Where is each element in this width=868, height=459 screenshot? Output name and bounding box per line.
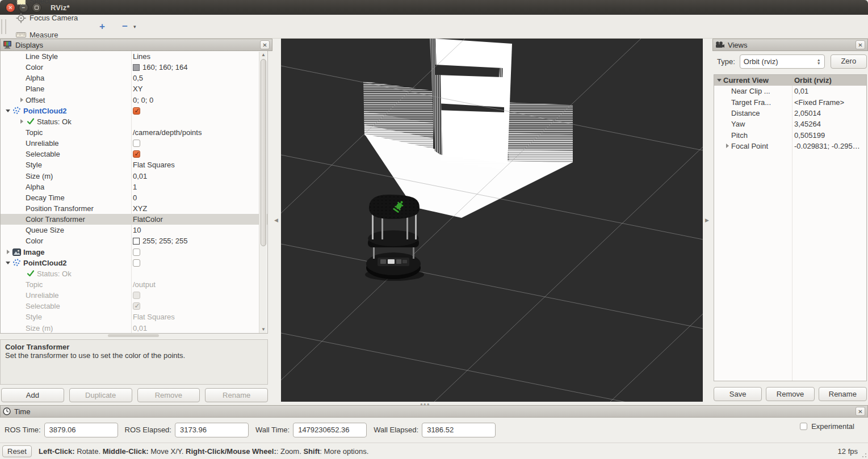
displays-row-color[interactable]: Color255; 255; 255 xyxy=(1,235,267,246)
views-close-icon[interactable]: ✕ xyxy=(856,40,865,49)
property-value[interactable]: Lines xyxy=(133,52,150,61)
property-value[interactable]: Flat Squares xyxy=(133,313,175,321)
3d-viewport[interactable] xyxy=(281,39,703,402)
titlebar[interactable]: ✕ − RViz* xyxy=(0,0,868,15)
color-swatch[interactable] xyxy=(133,64,140,71)
displays-row-offset[interactable]: Offset0; 0; 0 xyxy=(1,95,267,106)
right-splitter[interactable]: ▶ xyxy=(703,39,712,402)
displays-row-topic[interactable]: Topic/output xyxy=(1,279,267,290)
view-property-value[interactable]: 3,45264 xyxy=(794,120,821,128)
ros-elapsed-input[interactable] xyxy=(175,423,249,437)
displays-scroll-thumb[interactable] xyxy=(261,59,266,246)
tool-focus-camera[interactable]: Focus Camera xyxy=(10,10,95,27)
remove-button[interactable]: Remove xyxy=(137,388,200,402)
zero-button[interactable]: Zero xyxy=(831,54,867,69)
displays-row-color[interactable]: Color160; 160; 164 xyxy=(1,62,267,73)
property-value[interactable]: 0,01 xyxy=(133,324,147,332)
time-close-icon[interactable]: ✕ xyxy=(856,407,865,416)
resize-grip[interactable] xyxy=(860,451,867,458)
property-value[interactable]: 0,01 xyxy=(133,172,147,180)
rename-button[interactable]: Rename xyxy=(205,388,268,402)
view-property-value[interactable]: 0,01 xyxy=(794,87,808,95)
property-value[interactable]: XY xyxy=(133,85,142,93)
property-value[interactable]: /output xyxy=(133,280,156,289)
displays-row-unreliable[interactable]: Unreliable xyxy=(1,290,267,301)
view-type-dropdown[interactable]: Orbit (rviz) ▲▼ xyxy=(740,54,825,69)
time-splitter-grip[interactable]: ●●● xyxy=(420,402,430,407)
property-checkbox[interactable] xyxy=(133,107,140,115)
displays-row-unreliable[interactable]: Unreliable xyxy=(1,138,267,149)
tool-select[interactable]: Select xyxy=(10,0,95,10)
scroll-up-icon[interactable]: ▲ xyxy=(259,52,267,58)
displays-close-icon[interactable]: ✕ xyxy=(260,40,270,49)
displays-row-style[interactable]: StyleFlat Squares xyxy=(1,311,267,322)
displays-horizontal-scrollbar[interactable] xyxy=(0,334,268,338)
displays-row-topic[interactable]: Topic/camera/depth/points xyxy=(1,127,267,138)
displays-row-size-m-[interactable]: Size (m)0,01 xyxy=(1,323,267,334)
view-property-value[interactable]: Orbit (rviz) xyxy=(794,76,832,85)
views-row-current-view[interactable]: Current ViewOrbit (rviz) xyxy=(714,75,866,86)
scroll-down-icon[interactable]: ▼ xyxy=(259,326,267,333)
displays-vertical-scrollbar[interactable]: ▲ ▼ xyxy=(259,52,267,333)
collapse-arrow-icon[interactable] xyxy=(4,250,12,254)
color-swatch[interactable] xyxy=(133,238,140,245)
views-panel-header[interactable]: Views ✕ xyxy=(712,39,868,51)
remove-tool-button[interactable]: − xyxy=(118,21,132,32)
property-checkbox[interactable] xyxy=(133,292,140,299)
displays-row-status-ok[interactable]: Status: Ok xyxy=(1,116,267,127)
displays-row-plane[interactable]: PlaneXY xyxy=(1,83,267,94)
property-value[interactable]: 0 xyxy=(133,193,137,202)
property-checkbox[interactable] xyxy=(133,150,140,158)
displays-row-pointcloud2[interactable]: PointCloud2 xyxy=(1,106,267,116)
expand-arrow-icon[interactable] xyxy=(715,79,723,82)
expand-arrow-icon[interactable] xyxy=(4,110,12,112)
property-value[interactable]: 1 xyxy=(133,183,137,191)
property-value[interactable]: 10 xyxy=(133,226,141,234)
property-value[interactable]: 0,5 xyxy=(133,74,143,82)
views-row-pitch[interactable]: Pitch0,505199 xyxy=(714,129,866,140)
views-row-near-clip-[interactable]: Near Clip ...0,01 xyxy=(714,86,866,96)
displays-row-alpha[interactable]: Alpha0,5 xyxy=(1,73,267,83)
displays-row-selectable[interactable]: Selectable xyxy=(1,149,267,159)
displays-row-alpha[interactable]: Alpha1 xyxy=(1,182,267,192)
property-checkbox[interactable] xyxy=(133,302,140,310)
view-property-value[interactable]: <Fixed Frame> xyxy=(794,98,844,107)
duplicate-button[interactable]: Duplicate xyxy=(69,388,132,402)
collapse-arrow-icon[interactable] xyxy=(18,98,26,102)
remove-tool-caret-icon[interactable]: ▾ xyxy=(133,24,136,30)
save-view-button[interactable]: Save xyxy=(714,387,762,401)
time-panel-header[interactable]: Time ✕ xyxy=(0,405,868,418)
property-checkbox[interactable] xyxy=(133,140,140,147)
collapse-arrow-icon[interactable] xyxy=(723,144,731,148)
property-value[interactable]: XYZ xyxy=(133,204,147,213)
wall-elapsed-input[interactable] xyxy=(422,423,496,437)
experimental-option[interactable]: Experimental xyxy=(800,422,854,431)
property-value[interactable]: /camera/depth/points xyxy=(133,128,202,137)
reset-button[interactable]: Reset xyxy=(2,445,32,457)
displays-row-image[interactable]: Image xyxy=(1,247,267,258)
displays-row-style[interactable]: StyleFlat Squares xyxy=(1,159,267,170)
view-property-value[interactable]: -0.029831; -0.295… xyxy=(794,142,860,150)
property-value[interactable]: 255; 255; 255 xyxy=(142,237,188,245)
displays-row-selectable[interactable]: Selectable xyxy=(1,301,267,311)
displays-row-queue-size[interactable]: Queue Size10 xyxy=(1,225,267,235)
property-checkbox[interactable] xyxy=(133,259,140,267)
displays-panel-header[interactable]: Displays ✕ xyxy=(0,39,272,51)
expand-arrow-icon[interactable] xyxy=(4,262,12,264)
remove-view-button[interactable]: Remove xyxy=(766,387,814,401)
add-button[interactable]: Add xyxy=(1,388,64,402)
left-splitter[interactable]: ◀ xyxy=(272,39,281,402)
displays-row-color-transformer[interactable]: Color TransformerFlatColor xyxy=(1,214,267,225)
collapse-arrow-icon[interactable] xyxy=(18,119,26,124)
ros-time-input[interactable] xyxy=(44,423,118,437)
displays-row-pointcloud2[interactable]: PointCloud2 xyxy=(1,258,267,268)
displays-row-line-style[interactable]: Line StyleLines xyxy=(1,51,267,62)
collapse-right-icon[interactable]: ▶ xyxy=(705,217,709,223)
add-tool-button[interactable]: + xyxy=(95,21,110,32)
views-row-yaw[interactable]: Yaw3,45264 xyxy=(714,119,866,129)
view-property-value[interactable]: 2,05014 xyxy=(794,109,821,117)
rename-view-button[interactable]: Rename xyxy=(819,387,867,401)
property-checkbox[interactable] xyxy=(133,249,140,256)
displays-row-position-transformer[interactable]: Position TransformerXYZ xyxy=(1,203,267,214)
displays-row-size-m-[interactable]: Size (m)0,01 xyxy=(1,171,267,182)
